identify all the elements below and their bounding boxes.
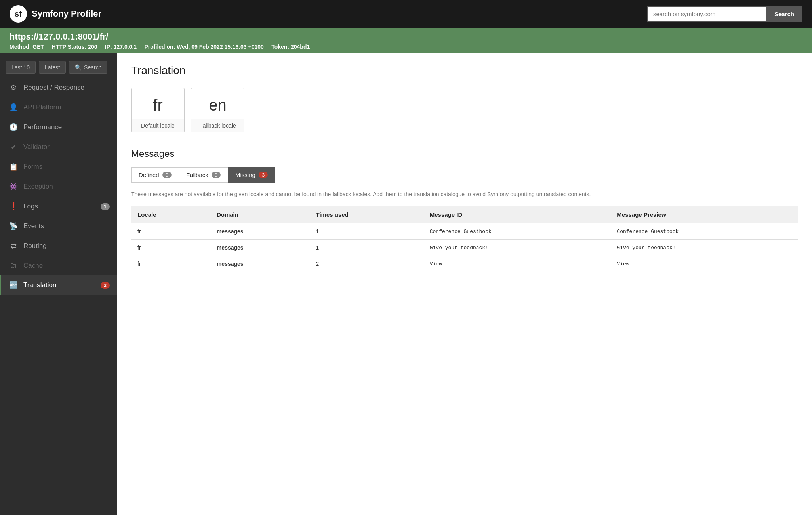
tab-defined[interactable]: Defined 0	[131, 167, 179, 183]
api-platform-icon: 👤	[8, 103, 19, 112]
exception-icon: 👾	[8, 182, 19, 191]
sidebar-item-label: Translation	[23, 281, 56, 289]
clock-icon: 🕐	[8, 123, 19, 132]
title-prefix: Symfony	[32, 9, 69, 19]
header: sf Symfony Profiler Search	[0, 0, 812, 28]
cell-message-preview: Conference Guestbook	[610, 223, 798, 240]
status-value: 200	[88, 44, 97, 50]
sidebar-search-label: Search	[84, 64, 101, 71]
sidebar-item-performance[interactable]: 🕐 Performance	[0, 117, 117, 137]
translation-icon: 🔤	[8, 281, 19, 290]
search-input[interactable]	[647, 6, 766, 22]
cell-domain: messages	[210, 256, 310, 272]
method-value: GET	[32, 44, 44, 50]
sidebar: Last 10 Latest 🔍 Search ⚙ Request / Resp…	[0, 53, 117, 515]
gear-icon: ⚙	[8, 83, 19, 92]
url-bar: https://127.0.0.1:8001/fr/ Method: GET H…	[0, 28, 812, 53]
routing-icon: ⇄	[8, 242, 19, 250]
missing-info-text: These messages are not available for the…	[131, 190, 798, 198]
cell-message-id: Conference Guestbook	[423, 223, 611, 240]
page-title: Translation	[131, 64, 798, 77]
main-content: Translation fr Default locale en Fallbac…	[117, 53, 812, 515]
profiled-label: Profiled on:	[145, 44, 175, 50]
last10-button[interactable]: Last 10	[6, 61, 36, 74]
layout: Last 10 Latest 🔍 Search ⚙ Request / Resp…	[0, 53, 812, 515]
table-row: fr messages 1 Give your feedback! Give y…	[131, 240, 798, 256]
cell-locale: fr	[131, 240, 210, 256]
sidebar-item-label: Request / Response	[23, 84, 84, 92]
request-meta: Method: GET HTTP Status: 200 IP: 127.0.0…	[10, 44, 802, 50]
forms-icon: 📋	[8, 162, 19, 171]
tab-defined-count: 0	[162, 172, 172, 178]
ip-value: 127.0.0.1	[114, 44, 137, 50]
method-label: Method:	[10, 44, 31, 50]
header-logo-area: sf Symfony Profiler	[10, 5, 101, 23]
default-locale-value: fr	[132, 88, 184, 119]
cache-icon: 🗂	[8, 261, 19, 270]
search-button[interactable]: Search	[766, 6, 802, 22]
sidebar-item-label: Performance	[23, 123, 62, 131]
header-title: Symfony Profiler	[32, 9, 101, 19]
sidebar-item-logs[interactable]: ❗ Logs 1	[0, 196, 117, 216]
default-locale-card: fr Default locale	[131, 88, 185, 132]
logo-text: sf	[15, 10, 22, 19]
sidebar-item-label: Routing	[23, 242, 47, 250]
sidebar-item-label: Forms	[23, 163, 42, 171]
tab-fallback-count: 0	[212, 172, 221, 178]
col-header-message-preview: Message Preview	[610, 206, 798, 223]
sidebar-item-translation[interactable]: 🔤 Translation 3	[0, 275, 117, 295]
check-icon: ✔	[8, 143, 19, 151]
tab-defined-label: Defined	[139, 172, 159, 178]
messages-section-title: Messages	[131, 148, 798, 159]
fallback-locale-value: en	[191, 88, 244, 119]
profiled-value: Wed, 09 Feb 2022 15:16:03 +0100	[177, 44, 264, 50]
token-value: 204bd1	[291, 44, 310, 50]
cell-locale: fr	[131, 256, 210, 272]
table-row: fr messages 2 View View	[131, 256, 798, 272]
col-header-times-used: Times used	[310, 206, 423, 223]
tab-missing-count: 3	[259, 172, 268, 178]
sidebar-search-button[interactable]: 🔍 Search	[69, 61, 107, 74]
cell-domain: messages	[210, 240, 310, 256]
col-header-message-id: Message ID	[423, 206, 611, 223]
fallback-locale-label: Fallback locale	[191, 119, 244, 132]
col-header-locale: Locale	[131, 206, 210, 223]
sidebar-item-request-response[interactable]: ⚙ Request / Response	[0, 78, 117, 97]
messages-tabs: Defined 0 Fallback 0 Missing 3	[131, 167, 798, 183]
cell-locale: fr	[131, 223, 210, 240]
events-icon: 📡	[8, 222, 19, 231]
sidebar-item-cache[interactable]: 🗂 Cache	[0, 256, 117, 275]
sidebar-item-forms[interactable]: 📋 Forms	[0, 157, 117, 177]
tab-missing[interactable]: Missing 3	[228, 167, 275, 183]
sidebar-item-events[interactable]: 📡 Events	[0, 216, 117, 236]
messages-table: Locale Domain Times used Message ID Mess…	[131, 206, 798, 272]
fallback-locale-card: en Fallback locale	[191, 88, 244, 132]
cell-times-used: 2	[310, 256, 423, 272]
table-row: fr messages 1 Conference Guestbook Confe…	[131, 223, 798, 240]
search-icon: 🔍	[75, 64, 82, 71]
cell-message-id: Give your feedback!	[423, 240, 611, 256]
token-label: Token:	[271, 44, 289, 50]
symfony-logo: sf	[10, 5, 27, 23]
logs-icon: ❗	[8, 202, 19, 211]
cell-message-preview: Give your feedback!	[610, 240, 798, 256]
default-locale-label: Default locale	[132, 119, 184, 132]
latest-button[interactable]: Latest	[39, 61, 66, 74]
locale-cards: fr Default locale en Fallback locale	[131, 88, 798, 132]
sidebar-item-exception[interactable]: 👾 Exception	[0, 177, 117, 196]
cell-message-preview: View	[610, 256, 798, 272]
sidebar-item-label: Exception	[23, 183, 53, 191]
cell-times-used: 1	[310, 223, 423, 240]
translation-badge: 3	[101, 282, 110, 289]
sidebar-item-routing[interactable]: ⇄ Routing	[0, 236, 117, 256]
tab-fallback[interactable]: Fallback 0	[179, 167, 228, 183]
sidebar-item-validator[interactable]: ✔ Validator	[0, 137, 117, 157]
ip-label: IP:	[105, 44, 112, 50]
sidebar-item-api-platform[interactable]: 👤 API Platform	[0, 97, 117, 117]
cell-message-id: View	[423, 256, 611, 272]
tab-fallback-label: Fallback	[186, 172, 208, 178]
cell-times-used: 1	[310, 240, 423, 256]
request-url: https://127.0.0.1:8001/fr/	[10, 32, 802, 42]
sidebar-item-label: Cache	[23, 262, 43, 270]
sidebar-item-label: Events	[23, 222, 44, 230]
